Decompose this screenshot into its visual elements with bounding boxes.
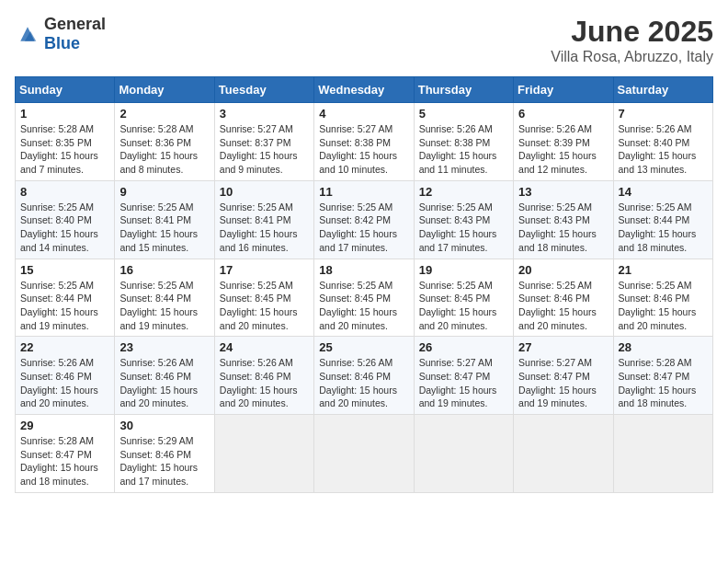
logo-blue: Blue: [44, 34, 80, 52]
day-info: Sunrise: 5:27 AMSunset: 8:38 PMDaylight:…: [319, 122, 408, 177]
day-number: 12: [419, 185, 508, 199]
calendar-cell: 25Sunrise: 5:26 AMSunset: 8:46 PMDayligh…: [314, 337, 414, 415]
day-info: Sunrise: 5:25 AMSunset: 8:43 PMDaylight:…: [518, 201, 608, 255]
calendar-cell: [314, 415, 414, 493]
calendar-week-row: 29Sunrise: 5:28 AMSunset: 8:47 PMDayligh…: [16, 415, 713, 493]
logo-general: General: [44, 15, 106, 33]
calendar-cell: 27Sunrise: 5:27 AMSunset: 8:47 PMDayligh…: [514, 337, 613, 415]
calendar-cell: 4Sunrise: 5:27 AMSunset: 8:38 PMDaylight…: [314, 103, 414, 181]
day-info: Sunrise: 5:28 AMSunset: 8:47 PMDaylight:…: [20, 434, 109, 488]
day-number: 24: [220, 340, 309, 354]
day-info: Sunrise: 5:25 AMSunset: 8:45 PMDaylight:…: [319, 279, 408, 333]
day-number: 16: [119, 263, 209, 277]
day-number: 5: [419, 107, 508, 121]
title-area: June 2025 Villa Rosa, Abruzzo, Italy: [551, 15, 713, 65]
day-number: 21: [619, 263, 708, 277]
calendar-cell: 15Sunrise: 5:25 AMSunset: 8:44 PMDayligh…: [16, 259, 115, 337]
header-monday: Monday: [115, 77, 214, 103]
calendar-cell: 7Sunrise: 5:26 AMSunset: 8:40 PMDaylight…: [613, 103, 712, 181]
day-info: Sunrise: 5:25 AMSunset: 8:44 PMDaylight:…: [619, 201, 708, 255]
calendar-cell: 29Sunrise: 5:28 AMSunset: 8:47 PMDayligh…: [16, 415, 115, 493]
calendar-title: June 2025: [551, 15, 713, 49]
calendar-subtitle: Villa Rosa, Abruzzo, Italy: [551, 49, 713, 65]
header-tuesday: Tuesday: [214, 77, 313, 103]
day-number: 7: [619, 107, 708, 121]
calendar-cell: 5Sunrise: 5:26 AMSunset: 8:38 PMDaylight…: [414, 103, 513, 181]
day-number: 6: [518, 107, 608, 121]
calendar-week-row: 22Sunrise: 5:26 AMSunset: 8:46 PMDayligh…: [16, 337, 713, 415]
day-info: Sunrise: 5:27 AMSunset: 8:47 PMDaylight:…: [419, 356, 508, 410]
day-info: Sunrise: 5:26 AMSunset: 8:38 PMDaylight:…: [419, 122, 508, 177]
day-info: Sunrise: 5:28 AMSunset: 8:47 PMDaylight:…: [619, 356, 708, 410]
calendar-cell: 6Sunrise: 5:26 AMSunset: 8:39 PMDaylight…: [514, 103, 613, 181]
day-info: Sunrise: 5:25 AMSunset: 8:42 PMDaylight:…: [319, 201, 408, 255]
calendar-cell: 9Sunrise: 5:25 AMSunset: 8:41 PMDaylight…: [115, 180, 214, 259]
calendar-cell: 12Sunrise: 5:25 AMSunset: 8:43 PMDayligh…: [414, 180, 513, 259]
day-info: Sunrise: 5:26 AMSunset: 8:46 PMDaylight:…: [119, 356, 209, 410]
day-number: 4: [319, 107, 408, 121]
header-thursday: Thursday: [414, 77, 513, 103]
day-number: 17: [220, 263, 309, 277]
day-number: 11: [319, 185, 408, 199]
day-info: Sunrise: 5:27 AMSunset: 8:37 PMDaylight:…: [220, 122, 309, 177]
calendar-cell: 2Sunrise: 5:28 AMSunset: 8:36 PMDaylight…: [115, 103, 214, 181]
day-info: Sunrise: 5:26 AMSunset: 8:46 PMDaylight:…: [20, 356, 109, 410]
calendar-cell: 18Sunrise: 5:25 AMSunset: 8:45 PMDayligh…: [314, 259, 414, 337]
day-info: Sunrise: 5:25 AMSunset: 8:44 PMDaylight:…: [119, 279, 209, 333]
calendar-cell: [414, 415, 513, 493]
day-number: 29: [20, 419, 109, 432]
header-friday: Friday: [514, 77, 613, 103]
calendar-cell: 26Sunrise: 5:27 AMSunset: 8:47 PMDayligh…: [414, 337, 513, 415]
calendar-week-row: 8Sunrise: 5:25 AMSunset: 8:40 PMDaylight…: [16, 180, 713, 259]
day-number: 25: [319, 340, 408, 354]
day-number: 26: [419, 340, 508, 354]
calendar-cell: 1Sunrise: 5:28 AMSunset: 8:35 PMDaylight…: [16, 103, 115, 181]
calendar-table: Sunday Monday Tuesday Wednesday Thursday…: [15, 76, 713, 493]
day-info: Sunrise: 5:25 AMSunset: 8:41 PMDaylight:…: [220, 201, 309, 255]
day-info: Sunrise: 5:26 AMSunset: 8:40 PMDaylight:…: [619, 122, 708, 177]
day-info: Sunrise: 5:25 AMSunset: 8:43 PMDaylight:…: [419, 201, 508, 255]
day-number: 28: [619, 340, 708, 354]
calendar-cell: [514, 415, 613, 493]
calendar-cell: 3Sunrise: 5:27 AMSunset: 8:37 PMDaylight…: [214, 103, 313, 181]
calendar-cell: 13Sunrise: 5:25 AMSunset: 8:43 PMDayligh…: [514, 180, 613, 259]
header-saturday: Saturday: [613, 77, 712, 103]
header-wednesday: Wednesday: [314, 77, 414, 103]
day-number: 2: [119, 107, 209, 121]
logo-text: General Blue: [44, 15, 106, 53]
day-number: 22: [20, 340, 109, 354]
day-number: 27: [518, 340, 608, 354]
day-info: Sunrise: 5:26 AMSunset: 8:46 PMDaylight:…: [319, 356, 408, 410]
calendar-cell: 23Sunrise: 5:26 AMSunset: 8:46 PMDayligh…: [115, 337, 214, 415]
day-info: Sunrise: 5:27 AMSunset: 8:47 PMDaylight:…: [518, 356, 608, 410]
day-number: 10: [220, 185, 309, 199]
calendar-cell: 24Sunrise: 5:26 AMSunset: 8:46 PMDayligh…: [214, 337, 313, 415]
day-number: 23: [119, 340, 209, 354]
calendar-cell: 17Sunrise: 5:25 AMSunset: 8:45 PMDayligh…: [214, 259, 313, 337]
calendar-week-row: 1Sunrise: 5:28 AMSunset: 8:35 PMDaylight…: [16, 103, 713, 181]
day-info: Sunrise: 5:25 AMSunset: 8:46 PMDaylight:…: [619, 279, 708, 333]
logo: General Blue: [15, 15, 106, 53]
day-info: Sunrise: 5:25 AMSunset: 8:41 PMDaylight:…: [119, 201, 209, 255]
calendar-week-row: 15Sunrise: 5:25 AMSunset: 8:44 PMDayligh…: [16, 259, 713, 337]
calendar-cell: 30Sunrise: 5:29 AMSunset: 8:46 PMDayligh…: [115, 415, 214, 493]
day-number: 1: [20, 107, 109, 121]
calendar-cell: 28Sunrise: 5:28 AMSunset: 8:47 PMDayligh…: [613, 337, 712, 415]
day-info: Sunrise: 5:25 AMSunset: 8:46 PMDaylight:…: [518, 279, 608, 333]
logo-icon: [15, 21, 40, 47]
day-number: 19: [419, 263, 508, 277]
day-info: Sunrise: 5:25 AMSunset: 8:45 PMDaylight:…: [220, 279, 309, 333]
day-info: Sunrise: 5:26 AMSunset: 8:39 PMDaylight:…: [518, 122, 608, 177]
day-number: 9: [119, 185, 209, 199]
day-info: Sunrise: 5:25 AMSunset: 8:45 PMDaylight:…: [419, 279, 508, 333]
calendar-cell: 14Sunrise: 5:25 AMSunset: 8:44 PMDayligh…: [613, 180, 712, 259]
day-info: Sunrise: 5:29 AMSunset: 8:46 PMDaylight:…: [119, 434, 209, 488]
calendar-cell: 10Sunrise: 5:25 AMSunset: 8:41 PMDayligh…: [214, 180, 313, 259]
calendar-cell: [214, 415, 313, 493]
calendar-cell: 19Sunrise: 5:25 AMSunset: 8:45 PMDayligh…: [414, 259, 513, 337]
day-number: 8: [20, 185, 109, 199]
day-number: 30: [119, 419, 209, 432]
calendar-cell: 22Sunrise: 5:26 AMSunset: 8:46 PMDayligh…: [16, 337, 115, 415]
day-info: Sunrise: 5:26 AMSunset: 8:46 PMDaylight:…: [220, 356, 309, 410]
calendar-header-row: Sunday Monday Tuesday Wednesday Thursday…: [16, 77, 713, 103]
